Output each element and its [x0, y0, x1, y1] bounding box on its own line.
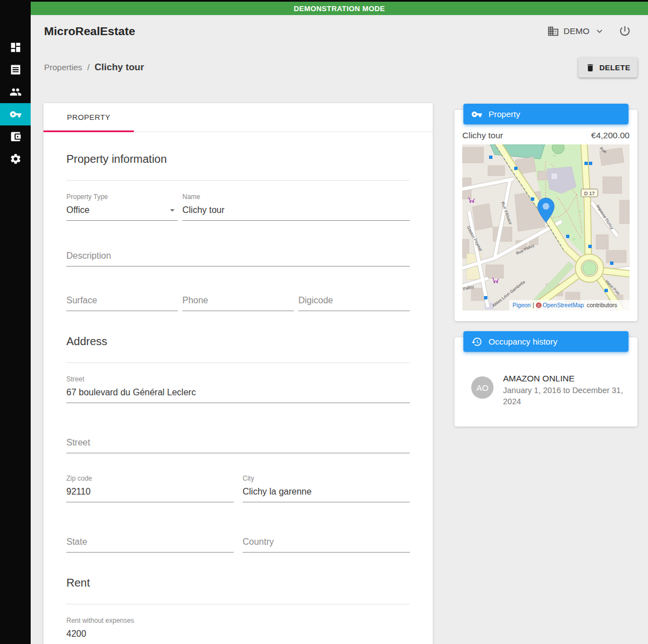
rents-receipt-icon	[9, 64, 22, 76]
city-label: City	[243, 474, 410, 482]
occupancy-history-item[interactable]: AO AMAZON ONLINE January 1, 2016 to Dece…	[471, 372, 631, 407]
sidebar-item-settings[interactable]	[0, 148, 31, 170]
sign-out-button[interactable]	[618, 25, 631, 37]
property-type-label: Property Type	[66, 193, 178, 201]
property-type-select[interactable]: Property Type Office	[66, 193, 178, 221]
digicode-placeholder: Digicode	[298, 296, 333, 306]
history-icon	[471, 336, 482, 347]
description-placeholder: Description	[66, 251, 111, 261]
phone-field[interactable]: Phone	[182, 283, 294, 311]
map-attribution-pigeon-link[interactable]: Pigeon	[512, 302, 531, 308]
window-top-strip	[0, 0, 648, 2]
city-value: Clichy la garenne	[243, 487, 312, 497]
svg-text:D 17: D 17	[584, 191, 594, 196]
country-field[interactable]: Country	[243, 525, 410, 553]
street1-label: Street	[66, 375, 410, 383]
breadcrumb-separator: /	[87, 62, 89, 72]
section-divider	[66, 180, 410, 181]
power-icon	[618, 25, 631, 37]
zip-code-value: 92110	[66, 487, 90, 497]
rent-without-expenses-label: Rent without expenses	[66, 617, 410, 624]
chevron-down-icon	[594, 26, 605, 37]
surface-field[interactable]: Surface	[66, 283, 178, 311]
street1-field[interactable]: Street 67 boulevard du Général Leclerc	[66, 375, 410, 403]
property-form-card: PROPERTY Property information Property T…	[43, 103, 433, 644]
zip-code-label: Zip code	[66, 474, 234, 482]
breadcrumb-properties-link[interactable]: Properties	[44, 62, 82, 72]
occupancy-history-header-label: Occupancy history	[489, 337, 557, 346]
tenant-occupancy-period: January 1, 2016 to December 31, 2024	[503, 385, 631, 407]
svg-text:contributors: contributors	[587, 302, 617, 308]
dashboard-icon	[9, 41, 22, 54]
digicode-field[interactable]: Digicode	[298, 283, 410, 311]
property-summary-row: Clichy tour €4,200.00	[462, 130, 630, 141]
demo-mode-banner: DEMONSTRATION MODE	[31, 2, 648, 15]
property-summary-amount: €4,200.00	[591, 130, 630, 141]
street2-placeholder: Street	[66, 438, 90, 448]
properties-key-icon	[9, 108, 22, 120]
tenant-avatar: AO	[471, 376, 494, 399]
name-value: Clichy tour	[182, 205, 225, 215]
header-actions: DEMO	[547, 25, 632, 37]
svg-text:©: ©	[537, 304, 540, 308]
sidebar-item-rents[interactable]	[0, 59, 31, 81]
tab-property[interactable]: PROPERTY	[43, 103, 134, 132]
tenant-name: AMAZON ONLINE	[503, 372, 631, 384]
zip-code-field[interactable]: Zip code 92110	[66, 474, 234, 502]
page-title: MicroRealEstate	[44, 25, 135, 38]
svg-text:|: |	[533, 302, 534, 308]
section-divider	[66, 362, 410, 363]
section-title-property-information: Property information	[66, 151, 410, 167]
sidebar-item-properties[interactable]	[0, 103, 31, 125]
trash-icon	[586, 63, 595, 72]
section-divider	[66, 604, 410, 604]
state-field[interactable]: State	[66, 525, 234, 553]
section-title-rent: Rent	[66, 575, 410, 590]
tab-indicator	[43, 130, 134, 132]
city-field[interactable]: City Clichy la garenne	[243, 474, 410, 502]
tab-bar: PROPERTY	[43, 103, 433, 132]
description-field[interactable]: Description	[66, 239, 410, 267]
name-field[interactable]: Name Clichy tour	[182, 193, 410, 221]
sidebar	[0, 0, 31, 644]
country-placeholder: Country	[243, 537, 274, 547]
sidebar-item-dashboard[interactable]	[0, 36, 31, 59]
property-card-header-label: Property	[489, 109, 520, 119]
key-icon	[471, 109, 482, 120]
property-card-header: Property	[463, 104, 628, 124]
settings-gear-icon	[9, 153, 22, 165]
select-arrow-icon	[167, 205, 178, 216]
accounting-wallet-icon	[9, 130, 22, 143]
breadcrumb: Properties / Clichy tour	[44, 62, 144, 73]
map-road-badge: D 17	[581, 189, 598, 197]
delete-button-label: DELETE	[599, 64, 631, 72]
occupancy-history-header: Occupancy history	[463, 331, 628, 352]
phone-placeholder: Phone	[182, 296, 208, 306]
name-label: Name	[182, 193, 410, 201]
organization-name: DEMO	[564, 26, 590, 36]
rent-without-expenses-field[interactable]: Rent without expenses 4200	[66, 617, 410, 644]
map-attribution: Pigeon | © OpenStreetMap contributors	[509, 300, 630, 311]
section-title-address: Address	[66, 333, 410, 349]
tenants-people-icon	[9, 86, 22, 98]
organization-building-icon	[547, 25, 559, 37]
property-location-map[interactable]: D 17 Rue d'Alsace Rue Palloy Allées Léon…	[462, 144, 630, 311]
sidebar-item-accounting[interactable]	[0, 125, 31, 148]
property-summary-name: Clichy tour	[462, 130, 503, 141]
street1-value: 67 boulevard du Général Leclerc	[66, 388, 196, 398]
map-attribution-osm-link[interactable]: OpenStreetMap	[543, 302, 584, 308]
breadcrumb-current: Clichy tour	[95, 62, 144, 73]
street2-field[interactable]: Street	[66, 425, 410, 453]
sidebar-item-tenants[interactable]	[0, 81, 31, 103]
organization-switcher[interactable]: DEMO	[547, 25, 606, 37]
property-type-value: Office	[66, 205, 90, 215]
state-placeholder: State	[66, 537, 87, 547]
delete-button[interactable]: DELETE	[578, 57, 637, 78]
rent-without-expenses-value: 4200	[66, 629, 86, 639]
surface-placeholder: Surface	[66, 296, 97, 306]
